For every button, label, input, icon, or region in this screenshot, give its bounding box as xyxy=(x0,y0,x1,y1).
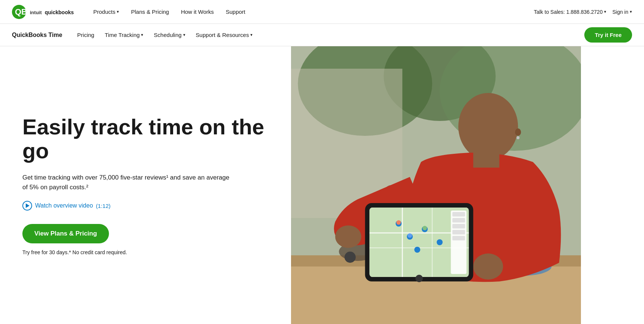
sign-in-link[interactable]: Sign in ▾ xyxy=(612,9,632,15)
brand-name: QuickBooks Time xyxy=(12,32,62,38)
play-triangle-icon xyxy=(26,203,29,208)
top-navigation: QB intuit quickbooks Products ▾ Plans & … xyxy=(0,0,644,24)
cta-subtext: Try free for 30 days.* No credit card re… xyxy=(22,249,269,255)
svg-point-25 xyxy=(516,136,519,139)
hero-title: Easily track time on the go xyxy=(22,115,269,163)
svg-rect-47 xyxy=(452,218,465,222)
scheduling-chevron-icon: ▾ xyxy=(183,32,185,37)
view-plans-pricing-button[interactable]: View Plans & Pricing xyxy=(22,224,109,243)
svg-point-21 xyxy=(344,252,356,263)
hero-subtitle: Get time tracking with over 75,000 five-… xyxy=(22,173,231,192)
top-nav-right: Talk to Sales: 1.888.836.2720 ▾ Sign in … xyxy=(534,9,632,15)
talk-to-sales[interactable]: Talk to Sales: 1.888.836.2720 ▾ xyxy=(534,9,606,15)
nav-how-it-works[interactable]: How it Works xyxy=(181,9,214,15)
svg-point-26 xyxy=(335,225,361,248)
hero-image xyxy=(291,46,581,324)
nav-plans-pricing[interactable]: Plans & Pricing xyxy=(131,9,169,15)
svg-text:quickbooks: quickbooks xyxy=(45,9,74,15)
nav-products[interactable]: Products ▾ xyxy=(93,9,119,15)
sec-nav-time-tracking[interactable]: Time Tracking ▾ xyxy=(105,32,144,38)
sales-chevron-icon: ▾ xyxy=(604,9,606,14)
svg-point-38 xyxy=(437,239,443,245)
svg-point-43 xyxy=(407,233,412,238)
svg-text:intuit: intuit xyxy=(30,10,42,15)
products-chevron-icon: ▾ xyxy=(117,9,119,14)
svg-point-42 xyxy=(396,220,401,225)
svg-point-44 xyxy=(422,226,427,230)
top-nav-links: Products ▾ Plans & Pricing How it Works … xyxy=(93,9,534,15)
svg-point-27 xyxy=(473,253,503,280)
time-tracking-chevron-icon: ▾ xyxy=(141,32,143,37)
svg-point-24 xyxy=(515,128,521,136)
secondary-navigation: QuickBooks Time Pricing Time Tracking ▾ … xyxy=(0,24,644,46)
watch-video-label: Watch overview video xyxy=(35,202,93,209)
signin-chevron-icon: ▾ xyxy=(630,9,632,14)
sec-nav-support-resources[interactable]: Support & Resources ▾ xyxy=(196,32,253,38)
svg-point-23 xyxy=(458,93,518,160)
quickbooks-logo[interactable]: QB intuit quickbooks xyxy=(12,5,78,19)
video-duration: (1:12) xyxy=(96,203,110,209)
watch-video-link[interactable]: Watch overview video (1:12) xyxy=(22,201,269,211)
svg-point-51 xyxy=(415,275,423,282)
play-circle-icon xyxy=(22,201,32,211)
svg-point-39 xyxy=(414,247,420,253)
svg-rect-50 xyxy=(452,236,465,240)
svg-rect-46 xyxy=(452,212,465,216)
svg-rect-49 xyxy=(452,230,465,234)
secondary-nav-links: Pricing Time Tracking ▾ Scheduling ▾ Sup… xyxy=(77,32,584,38)
hero-section: Easily track time on the go Get time tra… xyxy=(0,46,644,324)
svg-rect-48 xyxy=(452,224,465,228)
nav-support[interactable]: Support xyxy=(226,9,246,15)
svg-text:QB: QB xyxy=(15,7,26,16)
sec-nav-scheduling[interactable]: Scheduling ▾ xyxy=(154,32,185,38)
svg-rect-52 xyxy=(473,153,499,168)
hero-content: Easily track time on the go Get time tra… xyxy=(0,46,291,324)
support-chevron-icon: ▾ xyxy=(250,32,253,37)
try-it-free-button[interactable]: Try it Free xyxy=(584,27,632,43)
sec-nav-pricing[interactable]: Pricing xyxy=(77,32,94,38)
